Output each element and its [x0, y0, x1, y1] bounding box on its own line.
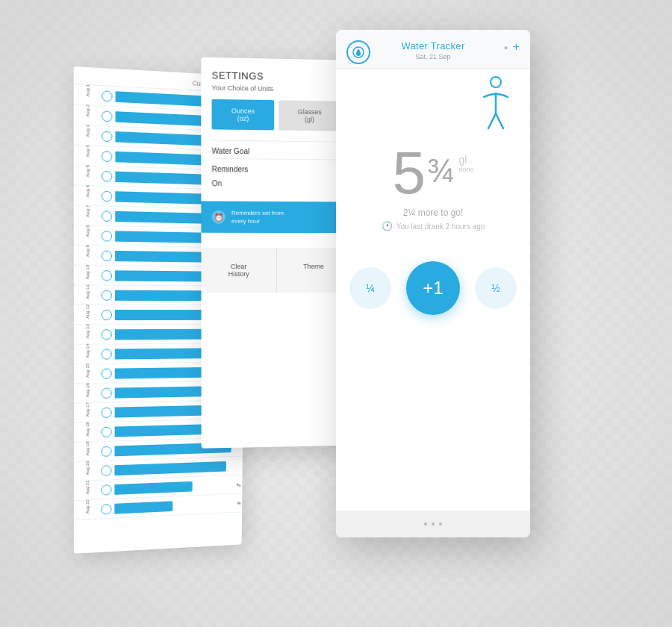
- water-goal-label: Water Goal: [201, 140, 350, 159]
- history-row-icon: [102, 131, 112, 142]
- tracker-icon-left: [346, 40, 370, 64]
- last-drank-text: You last drank 2 hours ago: [396, 222, 485, 231]
- half-label: ½: [491, 282, 500, 294]
- history-bar: [114, 461, 226, 475]
- history-row-icon: [101, 484, 111, 495]
- dots-icon: ●: [504, 43, 508, 52]
- tracker-last-drank: 🕐 You last drank 2 hours ago: [382, 221, 485, 231]
- svg-point-1: [491, 77, 501, 87]
- history-row-icon: [101, 426, 111, 437]
- unit-ounces-button[interactable]: Ounces(oz): [212, 99, 275, 131]
- tracker-header: Water Tracker Sat, 21 Sep ● +: [336, 30, 530, 69]
- reminders-bar: ⏰ Reminders set fromevery hour: [201, 201, 350, 233]
- history-row-icon: [101, 465, 111, 475]
- history-row-icon: [102, 90, 112, 102]
- history-row-icon: [102, 329, 112, 340]
- history-bar-container: [114, 461, 242, 475]
- clear-history-button[interactable]: ClearHistory: [201, 248, 276, 293]
- tracker-title: Water Tracker: [348, 40, 518, 52]
- action-buttons: ¼ +1 ½: [337, 261, 529, 315]
- reminders-label: Reminders: [201, 159, 350, 178]
- history-row-icon: [102, 210, 112, 222]
- main-number-display: 5 ¾ gl done: [392, 143, 473, 203]
- unit-buttons-group: Ounces(oz) Glasses(gl): [212, 99, 340, 131]
- scene: Current Target: Aug 1Aug 2Aug 3Aug 4Aug …: [0, 0, 672, 627]
- history-row-icon: [101, 446, 111, 456]
- history-row-icon: [102, 270, 112, 281]
- history-row-icon: [102, 250, 112, 261]
- reminder-clock-icon: ⏰: [212, 210, 225, 224]
- history-bar: [114, 481, 192, 494]
- half-button[interactable]: ½: [475, 267, 517, 309]
- tracker-more-text: 2¼ more to go!: [403, 208, 464, 218]
- history-bar-container: ⅙: [114, 479, 242, 495]
- main-unit-block: gl done: [459, 154, 474, 173]
- quarter-button[interactable]: ¼: [349, 267, 391, 309]
- plus-one-label: +1: [423, 278, 443, 299]
- history-row-icon: [102, 110, 112, 122]
- tracker-icons-right: ● +: [504, 40, 520, 54]
- history-row-icon: [102, 290, 112, 300]
- tracker-footer: [336, 511, 530, 537]
- reminders-text: Reminders set fromevery hour: [231, 209, 284, 226]
- main-number: 5: [392, 143, 426, 203]
- tracker-date: Sat, 21 Sep: [348, 53, 518, 60]
- history-bar-container: ⅜: [114, 498, 242, 514]
- plus-icon[interactable]: +: [513, 40, 520, 54]
- history-row-icon: [102, 309, 112, 319]
- tracker-panel: Water Tracker Sat, 21 Sep ● +: [336, 30, 530, 537]
- plus-one-button[interactable]: +1: [406, 261, 460, 315]
- water-drop-icon: [346, 40, 370, 64]
- human-figure-icon: [476, 76, 515, 136]
- tracker-body: 5 ¾ gl done 2¼ more to go! 🕐 You last dr…: [336, 136, 530, 330]
- footer-dot-1: [424, 522, 427, 525]
- history-row-icon: [102, 387, 112, 398]
- history-row-icon: [102, 190, 112, 202]
- history-row-icon: [101, 503, 111, 514]
- history-row-icon: [102, 349, 112, 359]
- quarter-label: ¼: [366, 282, 375, 294]
- history-row-icon: [102, 151, 112, 162]
- main-fraction: ¾: [427, 152, 455, 190]
- settings-title: SETTINGS: [201, 57, 351, 87]
- figure-container: [336, 69, 530, 136]
- unit-glasses-button[interactable]: Glasses(gl): [279, 100, 340, 131]
- history-row-icon: [102, 368, 112, 378]
- footer-dot-2: [432, 522, 435, 525]
- clock-icon: 🕐: [382, 221, 393, 231]
- settings-panel: SETTINGS Your Choice of Units Ounces(oz)…: [201, 57, 351, 449]
- reminders-value: On: [201, 176, 350, 197]
- history-row-label: Aug 22: [85, 496, 90, 523]
- main-done: done: [459, 166, 474, 173]
- history-row-icon: [101, 407, 111, 417]
- history-row-icon: [102, 231, 112, 242]
- bottom-buttons: ClearHistory Theme: [201, 248, 350, 293]
- history-row-icon: [102, 170, 112, 181]
- footer-dot-3: [439, 522, 442, 525]
- main-unit: gl: [459, 154, 474, 166]
- history-bar: [114, 501, 172, 514]
